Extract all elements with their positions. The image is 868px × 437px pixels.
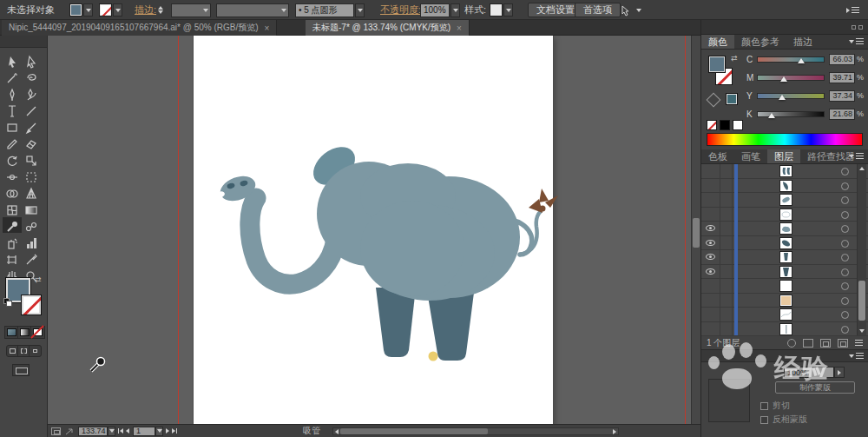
target-icon[interactable]: [841, 326, 849, 334]
cyan-slider[interactable]: [757, 56, 825, 63]
transparency-opacity-control[interactable]: 100%: [784, 367, 845, 378]
scale-tool[interactable]: [27, 156, 36, 165]
scrollbar-thumb[interactable]: [340, 428, 488, 434]
layer-row[interactable]: [701, 308, 868, 322]
slider-handle[interactable]: [780, 76, 787, 82]
cyan-value-field[interactable]: 66.03: [829, 54, 855, 65]
target-icon[interactable]: [841, 297, 849, 305]
black-value-field[interactable]: 21.68: [829, 109, 855, 120]
visibility-toggle[interactable]: [701, 179, 720, 193]
screen-mode-button[interactable]: [12, 364, 30, 376]
visibility-toggle[interactable]: [701, 222, 720, 235]
stroke-panel-link[interactable]: 描边:: [135, 3, 156, 17]
visibility-toggle[interactable]: [701, 294, 720, 308]
scroll-up-icon[interactable]: [859, 167, 865, 170]
elephant-artwork[interactable]: [48, 36, 692, 424]
preferences-button[interactable]: 首选项: [575, 3, 621, 17]
target-icon[interactable]: [841, 240, 849, 248]
previous-artboard-button[interactable]: [126, 428, 129, 434]
shape-builder-tool[interactable]: [7, 190, 17, 197]
type-tool[interactable]: [9, 106, 16, 116]
paintbrush-tool[interactable]: [27, 123, 36, 133]
tab-swatches[interactable]: 色板: [701, 149, 734, 163]
layer-row[interactable]: [701, 294, 868, 308]
layer-row[interactable]: [701, 265, 868, 280]
width-tool[interactable]: [7, 175, 17, 180]
visibility-toggle[interactable]: [701, 308, 720, 321]
target-icon[interactable]: [841, 225, 849, 233]
last-color-swatch[interactable]: [726, 93, 738, 105]
visibility-toggle[interactable]: [701, 265, 720, 279]
slider-handle[interactable]: [798, 58, 805, 63]
target-icon[interactable]: [841, 311, 849, 319]
lasso-tool[interactable]: [28, 75, 36, 80]
invert-mask-checkbox[interactable]: 反相蒙版: [760, 414, 807, 426]
layer-row[interactable]: [701, 222, 868, 236]
curvature-tool[interactable]: [28, 89, 36, 100]
brush-definition-select[interactable]: • 5 点圆形: [295, 0, 365, 20]
panel-menu[interactable]: [849, 153, 864, 159]
lock-toggle[interactable]: [720, 222, 733, 235]
none-button[interactable]: [31, 327, 44, 338]
black-slider[interactable]: [757, 111, 825, 117]
close-tab-icon[interactable]: ×: [457, 23, 462, 33]
transparency-panel-header[interactable]: [701, 350, 868, 362]
zoom-level-dropdown[interactable]: [108, 427, 115, 436]
layer-row[interactable]: [701, 250, 868, 265]
target-icon[interactable]: [841, 168, 849, 175]
scroll-right-icon[interactable]: [613, 429, 616, 434]
magenta-slider[interactable]: [757, 75, 825, 81]
gradient-button[interactable]: [18, 327, 31, 338]
rotate-tool[interactable]: [8, 156, 16, 165]
next-artboard-button[interactable]: [166, 428, 169, 434]
lock-toggle[interactable]: [720, 294, 733, 308]
white-swatch[interactable]: [733, 120, 743, 130]
guide-line[interactable]: [178, 36, 179, 424]
target-icon[interactable]: [841, 182, 849, 190]
slider-handle[interactable]: [779, 95, 786, 100]
lock-toggle[interactable]: [720, 236, 733, 250]
target-icon[interactable]: [841, 254, 849, 262]
tab-layers[interactable]: 图层: [767, 149, 800, 163]
artboard-number-field[interactable]: 1: [133, 427, 155, 436]
vertical-scrollbar[interactable]: [691, 36, 700, 424]
layer-row[interactable]: [701, 179, 868, 194]
guide-line[interactable]: [685, 36, 686, 424]
pen-tool[interactable]: [10, 89, 14, 101]
lock-toggle[interactable]: [720, 279, 733, 293]
panel-menu-icon[interactable]: [855, 340, 863, 346]
visibility-toggle[interactable]: [701, 250, 720, 264]
visibility-toggle[interactable]: [701, 208, 720, 222]
new-layer-icon[interactable]: [838, 339, 848, 348]
direct-selection-tool[interactable]: [28, 56, 35, 68]
scrollbar-thumb[interactable]: [858, 281, 865, 321]
scroll-down-icon[interactable]: [859, 329, 865, 333]
swap-fill-stroke-icon[interactable]: ⇄: [35, 275, 43, 284]
layer-row[interactable]: [701, 208, 868, 222]
dock-header[interactable]: [701, 20, 868, 35]
stroke-weight-stepper[interactable]: [158, 0, 165, 20]
canvas-area[interactable]: [48, 36, 700, 424]
scrollbar-thumb[interactable]: [693, 218, 700, 248]
target-icon[interactable]: [841, 196, 849, 204]
make-mask-icon[interactable]: [803, 339, 813, 348]
layers-scrollbar[interactable]: [857, 164, 866, 335]
perspective-grid-tool[interactable]: [27, 189, 36, 198]
document-tab-inactive[interactable]: Nipic_5444097_20190409165107667964.ai* @…: [2, 20, 277, 36]
lock-toggle[interactable]: [720, 265, 733, 279]
panel-menu[interactable]: [849, 38, 864, 44]
bridge-icon[interactable]: [64, 427, 75, 435]
stroke-proxy-swatch[interactable]: [21, 295, 42, 315]
opacity-panel-link[interactable]: 不透明度:: [380, 3, 421, 17]
slice-tool[interactable]: [27, 255, 36, 264]
visibility-toggle[interactable]: [701, 164, 720, 178]
yellow-value-field[interactable]: 37.34: [829, 90, 855, 102]
lock-toggle[interactable]: [720, 250, 733, 264]
tools-panel-header[interactable]: [0, 36, 47, 48]
tab-color-guide[interactable]: 颜色参考: [734, 35, 786, 49]
symbol-sprayer-tool[interactable]: [9, 239, 17, 248]
eyedropper-tool[interactable]: [3, 217, 22, 233]
visibility-toggle[interactable]: [701, 236, 720, 250]
grid-icon[interactable]: [51, 427, 61, 435]
first-artboard-button[interactable]: [118, 428, 123, 434]
